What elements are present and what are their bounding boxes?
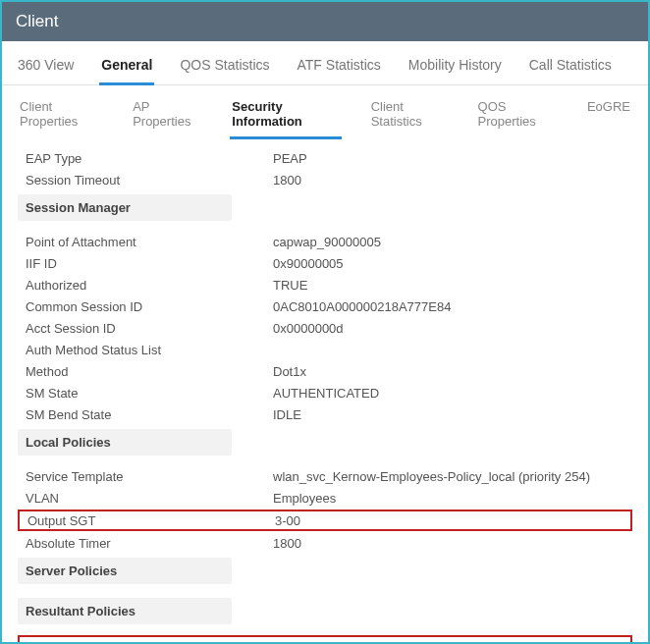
label-lp-absolute-timer: Absolute Timer <box>18 536 273 551</box>
value-lp-output-sgt: 3-00 <box>275 513 630 528</box>
primary-tabs: 360 View General QOS Statistics ATF Stat… <box>2 41 648 85</box>
value-iif-id: 0x90000005 <box>273 256 632 271</box>
subtab-client-statistics[interactable]: Client Statistics <box>369 95 449 139</box>
label-sm-state: SM State <box>18 386 273 401</box>
row-point-of-attachment: Point of Attachment capwap_90000005 <box>18 231 632 252</box>
value-service-template: wlan_svc_Kernow-Employees-Policy_local (… <box>273 469 632 484</box>
label-sm-bend-state: SM Bend State <box>18 407 273 422</box>
row-lp-absolute-timer: Absolute Timer 1800 <box>18 532 632 554</box>
subtab-ap-properties[interactable]: AP Properties <box>131 95 202 139</box>
label-iif-id: IIF ID <box>18 256 273 271</box>
value-authorized: TRUE <box>273 278 632 293</box>
label-lp-output-sgt: Output SGT <box>20 513 275 528</box>
value-lp-absolute-timer: 1800 <box>273 536 632 551</box>
subtab-eogre[interactable]: EoGRE <box>585 95 632 139</box>
tab-qos-statistics[interactable]: QOS Statistics <box>178 51 271 84</box>
row-acct-session-id: Acct Session ID 0x0000000d <box>18 317 632 339</box>
label-eap-type: EAP Type <box>18 151 273 166</box>
row-lp-output-sgt: Output SGT 3-00 <box>18 510 632 531</box>
row-method: Method Dot1x <box>18 360 632 382</box>
value-sm-bend-state: IDLE <box>273 407 632 422</box>
subtab-qos-properties[interactable]: QOS Properties <box>476 95 558 139</box>
value-acct-session-id: 0x0000000d <box>273 321 632 336</box>
value-method: Dot1x <box>273 364 632 379</box>
value-sm-state: AUTHENTICATED <box>273 386 632 401</box>
label-lp-vlan: VLAN <box>18 491 273 506</box>
subtab-client-properties[interactable]: Client Properties <box>18 95 103 139</box>
tab-atf-statistics[interactable]: ATF Statistics <box>296 51 383 84</box>
tab-call-statistics[interactable]: Call Statistics <box>527 51 614 84</box>
tab-general[interactable]: General <box>99 51 154 85</box>
tab-360-view[interactable]: 360 View <box>16 51 76 84</box>
row-authorized: Authorized TRUE <box>18 274 632 295</box>
section-session-manager: Session Manager <box>18 194 232 221</box>
section-resultant-policies: Resultant Policies <box>18 598 232 624</box>
label-method: Method <box>18 364 273 379</box>
content-area: EAP Type PEAP Session Timeout 1800 Sessi… <box>2 139 648 644</box>
section-server-policies: Server Policies <box>18 558 232 584</box>
label-point-of-attachment: Point of Attachment <box>18 235 273 249</box>
row-sm-state: SM State AUTHENTICATED <box>18 382 632 403</box>
row-lp-vlan: VLAN Employees <box>18 487 632 509</box>
label-session-timeout: Session Timeout <box>18 173 273 188</box>
value-session-timeout: 1800 <box>273 173 632 188</box>
window-title: Client <box>2 2 648 41</box>
subtab-security-information[interactable]: Security Information <box>230 95 341 139</box>
label-authorized: Authorized <box>18 278 273 293</box>
row-eap-type: EAP Type PEAP <box>18 147 632 169</box>
row-rp-output-sgt: Output SGT 3-00 <box>18 635 632 644</box>
value-point-of-attachment: capwap_90000005 <box>273 235 632 249</box>
row-session-timeout: Session Timeout 1800 <box>18 169 632 190</box>
label-service-template: Service Template <box>18 469 273 484</box>
section-local-policies: Local Policies <box>18 429 232 456</box>
tab-mobility-history[interactable]: Mobility History <box>406 51 504 84</box>
value-common-session-id: 0AC8010A000000218A777E84 <box>273 299 632 314</box>
row-auth-method-status: Auth Method Status List <box>18 339 632 360</box>
label-acct-session-id: Acct Session ID <box>18 321 273 336</box>
label-common-session-id: Common Session ID <box>18 299 273 314</box>
secondary-tabs: Client Properties AP Properties Security… <box>2 85 648 139</box>
row-iif-id: IIF ID 0x90000005 <box>18 252 632 274</box>
value-lp-vlan: Employees <box>273 491 632 506</box>
row-sm-bend-state: SM Bend State IDLE <box>18 403 632 425</box>
value-rp-output-sgt: 3-00 <box>275 639 630 645</box>
label-auth-method-status: Auth Method Status List <box>18 343 273 357</box>
value-eap-type: PEAP <box>273 151 632 166</box>
row-common-session-id: Common Session ID 0AC8010A000000218A777E… <box>18 295 632 317</box>
row-service-template: Service Template wlan_svc_Kernow-Employe… <box>18 465 632 487</box>
label-rp-output-sgt: Output SGT <box>20 639 275 645</box>
